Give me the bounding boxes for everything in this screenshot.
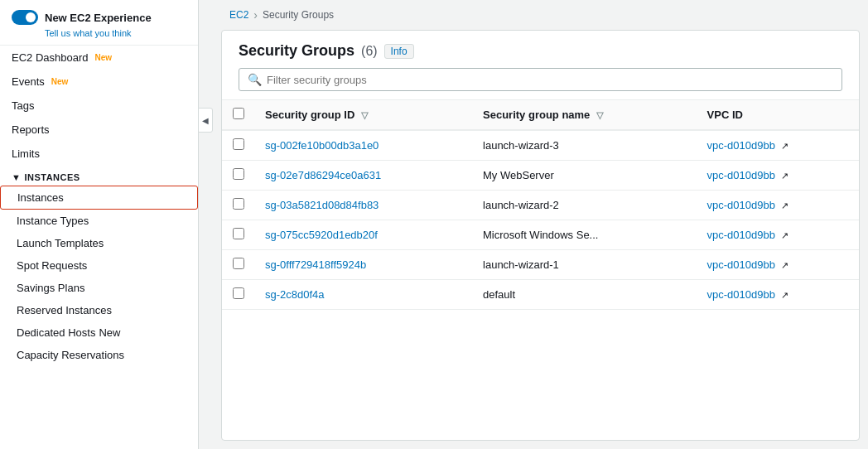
- nav-tags-label: Tags: [12, 99, 34, 112]
- content-area: Security Groups (6) Info 🔍 Security gro: [221, 30, 860, 441]
- nav-reports[interactable]: Reports: [0, 118, 198, 142]
- row-select-0[interactable]: [233, 138, 244, 150]
- row-checkbox-0: [222, 130, 255, 161]
- row-sg-name-2: launch-wizard-2: [473, 191, 697, 220]
- search-input[interactable]: [267, 74, 833, 86]
- row-select-5[interactable]: [233, 287, 244, 299]
- page-title: Security Groups: [239, 42, 354, 60]
- sg-id-link-1[interactable]: sg-02e7d86294ce0a631: [265, 169, 381, 181]
- row-select-1[interactable]: [233, 168, 244, 180]
- brand-label: New EC2 Experience: [45, 12, 152, 24]
- nav-instance-types-label: Instance Types: [17, 215, 89, 227]
- table-body: sg-002fe10b00db3a1e0 launch-wizard-3 vpc…: [222, 130, 859, 310]
- nav-tags[interactable]: Tags: [0, 94, 198, 118]
- nav-savings-plans-label: Savings Plans: [17, 282, 84, 294]
- row-sg-name-4: launch-wizard-1: [473, 250, 697, 280]
- sort-sg-id-icon[interactable]: ▽: [361, 110, 368, 120]
- instances-section-title: ▼ INSTANCES: [0, 166, 198, 186]
- nav-capacity-reservations-label: Capacity Reservations: [17, 349, 124, 361]
- vpc-id-link-0[interactable]: vpc-d010d9bb: [707, 139, 775, 152]
- nav-limits[interactable]: Limits: [0, 142, 198, 166]
- row-select-3[interactable]: [233, 228, 244, 239]
- nav-limits-label: Limits: [12, 147, 40, 160]
- row-sg-name-3: Microsoft Windows Se...: [473, 220, 697, 250]
- breadcrumb-separator: ›: [253, 8, 258, 22]
- nav-capacity-reservations[interactable]: Capacity Reservations: [0, 344, 198, 366]
- new-experience-toggle[interactable]: [12, 10, 38, 25]
- external-link-icon-4: ↗: [781, 260, 788, 270]
- nav-spot-requests[interactable]: Spot Requests: [0, 254, 198, 277]
- nav-launch-templates-label: Launch Templates: [17, 237, 104, 249]
- breadcrumb-ec2[interactable]: EC2: [229, 9, 248, 21]
- row-sg-name-1: My WebServer: [473, 161, 697, 191]
- row-checkbox-5: [222, 280, 255, 310]
- sort-sg-name-icon[interactable]: ▽: [596, 110, 603, 120]
- nav-instances[interactable]: Instances: [0, 186, 198, 210]
- table-row: sg-03a5821d08d84fb83 launch-wizard-2 vpc…: [222, 191, 859, 220]
- nav-savings-plans[interactable]: Savings Plans: [0, 277, 198, 299]
- sidebar-collapse-button[interactable]: ◀: [198, 108, 213, 133]
- row-sg-id-3: sg-075cc5920d1edb20f: [255, 220, 473, 250]
- sidebar-header: New EC2 Experience Tell us what you thin…: [0, 0, 198, 46]
- row-select-4[interactable]: [233, 258, 244, 269]
- row-sg-id-0: sg-002fe10b00db3a1e0: [255, 130, 473, 161]
- vpc-id-link-2[interactable]: vpc-d010d9bb: [707, 199, 775, 211]
- security-groups-table-container: Security group ID ▽ Security group name …: [222, 100, 859, 440]
- sg-id-link-5[interactable]: sg-2c8d0f4a: [265, 288, 325, 301]
- row-checkbox-2: [222, 191, 255, 220]
- vpc-id-link-4[interactable]: vpc-d010d9bb: [707, 258, 775, 271]
- content-header: Security Groups (6) Info 🔍: [222, 31, 859, 100]
- nav-events-badge: New: [51, 77, 69, 86]
- row-checkbox-3: [222, 220, 255, 250]
- nav-ec2-dashboard-badge: New: [95, 53, 113, 62]
- col-sg-id: Security group ID ▽: [255, 100, 473, 130]
- row-sg-name-5: default: [473, 280, 697, 310]
- select-all-checkbox[interactable]: [233, 108, 244, 119]
- external-link-icon-0: ↗: [781, 141, 788, 151]
- info-button[interactable]: Info: [384, 44, 414, 59]
- nav-dedicated-hosts-badge: New: [99, 326, 120, 339]
- nav-ec2-dashboard-label: EC2 Dashboard: [12, 51, 89, 64]
- sg-id-link-4[interactable]: sg-0fff729418ff5924b: [265, 258, 366, 271]
- vpc-id-link-3[interactable]: vpc-d010d9bb: [707, 229, 775, 241]
- nav-ec2-dashboard[interactable]: EC2 Dashboard New: [0, 46, 198, 70]
- breadcrumb: EC2 › Security Groups: [213, 0, 868, 30]
- main-content: EC2 › Security Groups Security Groups (6…: [213, 0, 868, 449]
- sg-id-link-0[interactable]: sg-002fe10b00db3a1e0: [265, 139, 379, 152]
- row-vpc-id-0: vpc-d010d9bb ↗: [697, 130, 859, 161]
- table-row: sg-02e7d86294ce0a631 My WebServer vpc-d0…: [222, 161, 859, 191]
- row-sg-id-1: sg-02e7d86294ce0a631: [255, 161, 473, 191]
- breadcrumb-security-groups: Security Groups: [263, 9, 334, 21]
- external-link-icon-3: ↗: [781, 230, 788, 240]
- external-link-icon-1: ↗: [781, 171, 788, 181]
- sg-id-link-3[interactable]: sg-075cc5920d1edb20f: [265, 229, 378, 241]
- table-row: sg-075cc5920d1edb20f Microsoft Windows S…: [222, 220, 859, 250]
- security-groups-table: Security group ID ▽ Security group name …: [222, 100, 859, 310]
- nav-reserved-instances[interactable]: Reserved Instances: [0, 299, 198, 321]
- sidebar: New EC2 Experience Tell us what you thin…: [0, 0, 199, 449]
- table-row: sg-0fff729418ff5924b launch-wizard-1 vpc…: [222, 250, 859, 280]
- row-select-2[interactable]: [233, 198, 244, 210]
- nav-reports-label: Reports: [12, 123, 50, 136]
- nav-events[interactable]: Events New: [0, 70, 198, 94]
- sg-id-link-2[interactable]: sg-03a5821d08d84fb83: [265, 199, 379, 211]
- nav-instance-types[interactable]: Instance Types: [0, 210, 198, 232]
- vpc-id-link-1[interactable]: vpc-d010d9bb: [707, 169, 775, 181]
- vpc-id-link-5[interactable]: vpc-d010d9bb: [707, 288, 775, 301]
- nav-dedicated-hosts-label: Dedicated Hosts: [17, 326, 95, 339]
- row-vpc-id-4: vpc-d010d9bb ↗: [697, 250, 859, 280]
- row-vpc-id-1: vpc-d010d9bb ↗: [697, 161, 859, 191]
- external-link-icon-2: ↗: [781, 200, 788, 210]
- row-checkbox-4: [222, 250, 255, 280]
- nav-dedicated-hosts[interactable]: Dedicated Hosts New: [0, 321, 198, 344]
- col-sg-name: Security group name ▽: [473, 100, 697, 130]
- external-link-icon-5: ↗: [781, 290, 788, 300]
- col-checkbox: [222, 100, 255, 130]
- row-sg-id-2: sg-03a5821d08d84fb83: [255, 191, 473, 220]
- nav-reserved-instances-label: Reserved Instances: [17, 304, 112, 316]
- nav-launch-templates[interactable]: Launch Templates: [0, 232, 198, 254]
- brand-sub-label[interactable]: Tell us what you think: [45, 28, 186, 38]
- nav-events-label: Events: [12, 75, 45, 88]
- table-row: sg-2c8d0f4a default vpc-d010d9bb ↗: [222, 280, 859, 310]
- table-row: sg-002fe10b00db3a1e0 launch-wizard-3 vpc…: [222, 130, 859, 161]
